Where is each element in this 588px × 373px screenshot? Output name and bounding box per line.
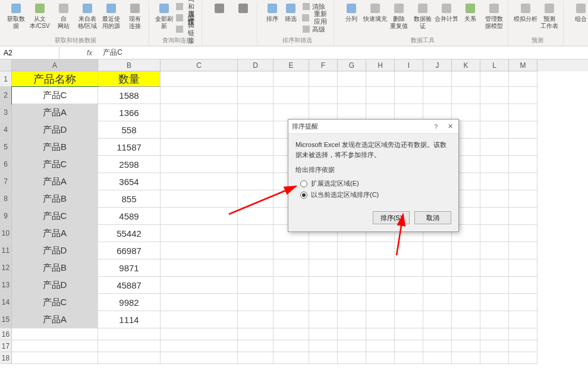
cell[interactable]: 4589 — [98, 208, 161, 225]
cell[interactable] — [238, 71, 273, 87]
cell[interactable] — [161, 104, 238, 121]
cell[interactable] — [238, 139, 273, 156]
row-header-6[interactable]: 6 — [0, 156, 12, 173]
cell[interactable] — [338, 71, 366, 87]
column-header-J[interactable]: J — [423, 59, 452, 71]
column-header-L[interactable]: L — [480, 59, 509, 71]
column-header-A[interactable]: A — [12, 59, 98, 71]
column-header-H[interactable]: H — [366, 59, 395, 71]
cell[interactable] — [238, 173, 273, 190]
cell[interactable] — [161, 173, 238, 190]
cell[interactable] — [309, 277, 338, 294]
cell[interactable] — [238, 328, 273, 340]
cell[interactable] — [395, 259, 423, 277]
cell[interactable] — [509, 156, 537, 173]
row-header-4[interactable]: 4 — [0, 121, 12, 139]
cell[interactable] — [338, 87, 366, 104]
cell[interactable] — [423, 87, 452, 104]
cell[interactable] — [395, 87, 423, 104]
row-header-3[interactable]: 3 — [0, 104, 12, 121]
cell[interactable]: 产品C — [12, 156, 98, 173]
row-header-16[interactable]: 16 — [0, 328, 12, 340]
row-header-14[interactable]: 14 — [0, 294, 12, 311]
cell[interactable] — [366, 259, 395, 277]
cell[interactable] — [423, 328, 452, 340]
cell[interactable] — [480, 71, 509, 87]
row-header-7[interactable]: 7 — [0, 173, 12, 190]
cell[interactable] — [480, 208, 509, 225]
cell[interactable] — [452, 259, 480, 277]
formula-input[interactable]: 产品C — [96, 48, 584, 58]
cell[interactable] — [338, 311, 366, 328]
cell[interactable] — [161, 352, 238, 364]
cell[interactable] — [238, 156, 273, 173]
cell[interactable] — [273, 71, 309, 87]
cell[interactable] — [366, 352, 395, 364]
data-validation-button[interactable]: 数据验 证 — [411, 1, 434, 29]
cell[interactable] — [480, 311, 509, 328]
cell[interactable] — [366, 311, 395, 328]
row-header-10[interactable]: 10 — [0, 225, 12, 242]
edit-links-button[interactable]: 编辑链接 — [174, 24, 199, 35]
cell[interactable] — [509, 294, 537, 311]
cell[interactable] — [161, 71, 238, 87]
cell[interactable] — [366, 340, 395, 352]
cell[interactable] — [161, 190, 238, 208]
cancel-button[interactable]: 取消 — [414, 211, 451, 224]
cell[interactable] — [161, 121, 238, 139]
cell[interactable] — [509, 352, 537, 364]
dialog-titlebar[interactable]: 排序提醒 ? ✕ — [288, 120, 458, 134]
cell[interactable] — [509, 208, 537, 225]
cell[interactable] — [161, 277, 238, 294]
cell[interactable] — [238, 225, 273, 242]
cell[interactable] — [452, 294, 480, 311]
cell[interactable] — [480, 277, 509, 294]
row-header-15[interactable]: 15 — [0, 311, 12, 328]
dialog-close-icon[interactable]: ✕ — [445, 122, 455, 131]
cell[interactable] — [273, 328, 309, 340]
cell[interactable]: 产品D — [12, 121, 98, 139]
cell[interactable] — [509, 173, 537, 190]
cell[interactable] — [309, 352, 338, 364]
cell[interactable]: 2598 — [98, 156, 161, 173]
cell[interactable] — [309, 242, 338, 259]
cell[interactable]: 产品D — [12, 277, 98, 294]
cell[interactable] — [480, 87, 509, 104]
cell[interactable] — [238, 340, 273, 352]
cell[interactable] — [452, 87, 480, 104]
radio-expand-selection[interactable]: 扩展选定区域(E) — [295, 178, 451, 189]
cell[interactable]: 9871 — [98, 259, 161, 277]
cell[interactable] — [452, 311, 480, 328]
column-header-C[interactable]: C — [161, 59, 238, 71]
cell[interactable] — [273, 340, 309, 352]
sort-button[interactable]: 排序 — [263, 1, 281, 23]
cell[interactable] — [338, 294, 366, 311]
column-header-M[interactable]: M — [509, 59, 537, 71]
cell[interactable]: 产品A — [12, 311, 98, 328]
cell[interactable] — [452, 328, 480, 340]
group-button[interactable]: 组合 — [570, 1, 588, 23]
radio-current-selection[interactable]: 以当前选定区域排序(C) — [295, 189, 451, 200]
from-table-button[interactable]: 来自表 格/区域 — [76, 1, 99, 29]
cell[interactable] — [509, 259, 537, 277]
cell[interactable] — [273, 277, 309, 294]
cell[interactable] — [238, 190, 273, 208]
cell[interactable] — [509, 190, 537, 208]
cell[interactable]: 1588 — [98, 87, 161, 104]
cell[interactable] — [161, 242, 238, 259]
cell[interactable] — [273, 242, 309, 259]
row-header-5[interactable]: 5 — [0, 139, 12, 156]
cell[interactable] — [273, 259, 309, 277]
cell[interactable]: 产品A — [12, 225, 98, 242]
cell[interactable]: 产品A — [12, 173, 98, 190]
column-header-I[interactable]: I — [395, 59, 423, 71]
cell[interactable] — [309, 328, 338, 340]
sort-za-button[interactable] — [232, 1, 254, 15]
cell[interactable] — [161, 311, 238, 328]
row-header-8[interactable]: 8 — [0, 190, 12, 208]
cell[interactable] — [366, 71, 395, 87]
cell[interactable] — [423, 277, 452, 294]
cell[interactable]: 66987 — [98, 242, 161, 259]
advanced-button[interactable]: 高级 — [300, 24, 331, 35]
name-box[interactable]: A2 — [0, 47, 59, 59]
